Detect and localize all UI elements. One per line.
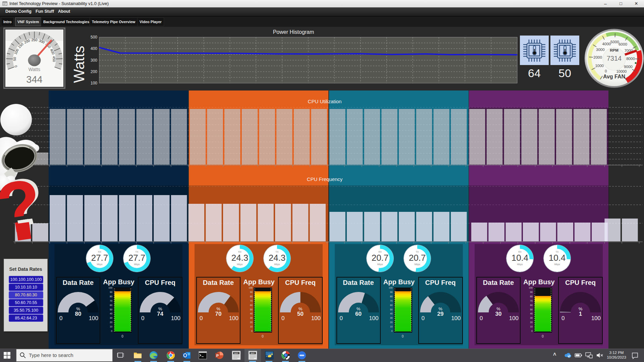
svg-text:6000: 6000 [619, 42, 627, 46]
svg-text:400: 400 [91, 46, 97, 51]
svg-text:Mbps: Mbps [414, 263, 420, 266]
svg-text:Avg FAN: Avg FAN [603, 74, 625, 79]
svg-text:Mbps: Mbps [134, 263, 140, 266]
svg-text:2000: 2000 [593, 55, 602, 59]
svg-text:BIFF: BIFF [251, 352, 255, 354]
svg-text:20.7: 20.7 [371, 253, 388, 263]
svg-text:Mbps: Mbps [554, 263, 560, 266]
svg-text:Mbps: Mbps [377, 263, 383, 266]
svg-text:9000: 9000 [624, 65, 633, 69]
svg-text:RPM: RPM [610, 48, 619, 52]
svg-text:3000: 3000 [596, 48, 605, 52]
svg-text:20.7: 20.7 [409, 253, 426, 263]
svg-text:7314: 7314 [607, 55, 622, 62]
svg-text:344: 344 [26, 74, 42, 85]
svg-text:27.7: 27.7 [128, 253, 146, 263]
svg-text:P: P [216, 354, 219, 358]
svg-text:10.4: 10.4 [549, 253, 566, 263]
svg-text:450: 450 [52, 56, 56, 62]
svg-text:0: 0 [605, 69, 607, 73]
svg-text:100: 100 [91, 81, 97, 85]
svg-text:24.3: 24.3 [231, 253, 249, 263]
svg-text:1000: 1000 [595, 64, 604, 68]
svg-text:50: 50 [12, 57, 16, 61]
svg-text:300: 300 [91, 58, 97, 63]
svg-text:Mbps: Mbps [237, 263, 243, 266]
svg-text:5000: 5000 [610, 40, 619, 44]
svg-text:4000: 4000 [602, 42, 611, 46]
svg-text:200: 200 [91, 69, 97, 74]
svg-text:CPU Utilization: CPU Utilization [308, 99, 342, 104]
svg-text:10000: 10000 [616, 69, 627, 73]
svg-text:Mbps: Mbps [97, 263, 103, 266]
svg-text:BIFF: BIFF [234, 352, 239, 354]
svg-text:250: 250 [32, 38, 38, 42]
svg-text:Mbps: Mbps [274, 263, 280, 266]
svg-text:Watts: Watts [29, 67, 40, 72]
svg-text:27.7: 27.7 [91, 253, 108, 263]
svg-text:8000: 8000 [626, 57, 635, 61]
svg-text:10.4: 10.4 [512, 253, 529, 263]
svg-text:Mbps: Mbps [517, 263, 523, 266]
svg-text:24.3: 24.3 [269, 253, 286, 263]
svg-text:500: 500 [91, 35, 97, 40]
svg-text:CPU Frequency: CPU Frequency [307, 176, 343, 182]
